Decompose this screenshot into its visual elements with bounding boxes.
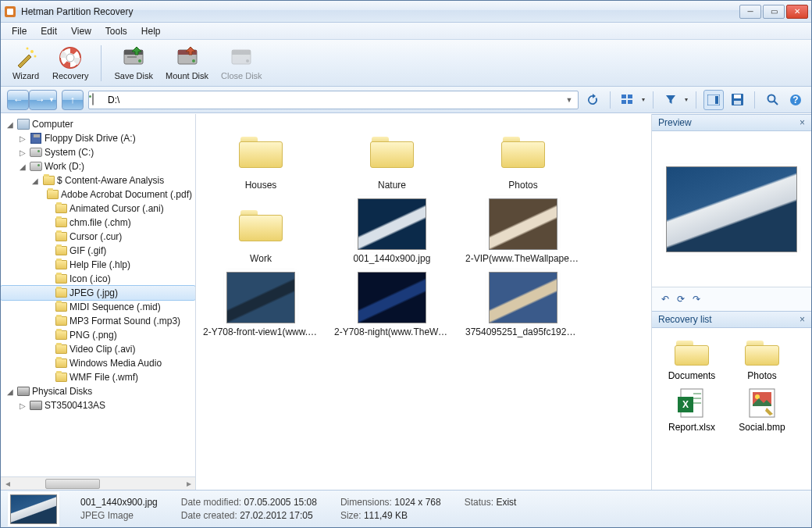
tree-item[interactable]: ◢Work (D:) xyxy=(1,159,195,173)
recovery-item[interactable]: Photos xyxy=(730,336,794,381)
save-button[interactable] xyxy=(728,91,746,109)
toolbar-mount-disk[interactable]: Mount Disk xyxy=(161,42,213,84)
rotate-left-icon[interactable]: ↶ xyxy=(661,294,669,305)
toolbar-close-disk: Close Disk xyxy=(216,42,267,84)
tree-item[interactable]: Cursor (.cur) xyxy=(1,230,195,244)
nav-history-dropdown[interactable]: ▾ xyxy=(46,90,57,110)
svg-rect-24 xyxy=(734,95,741,98)
status-filename: 001_1440x900.jpg xyxy=(80,497,158,508)
view-mode-button[interactable] xyxy=(618,91,637,109)
menubar: FileEditViewToolsHelp xyxy=(1,23,811,40)
folder-item[interactable]: Nature xyxy=(333,127,451,191)
menu-tools[interactable]: Tools xyxy=(99,24,134,38)
window-title: Hetman Partition Recovery xyxy=(21,6,739,17)
tree-item[interactable]: ◢Physical Disks xyxy=(1,384,195,398)
tree-item[interactable]: MIDI Sequence (.mid) xyxy=(1,300,195,314)
svg-text:?: ? xyxy=(792,95,798,105)
rotate-refresh-icon[interactable]: ⟳ xyxy=(677,294,685,305)
svg-point-13 xyxy=(192,59,195,62)
recovery-item[interactable]: Social.bmp xyxy=(730,387,794,433)
tree-item[interactable]: Video Clip (.avi) xyxy=(1,342,195,356)
tree-item[interactable]: Windows Media Audio xyxy=(1,356,195,370)
file-item[interactable]: 2-Y708-night(www.TheWallp... xyxy=(333,273,451,337)
file-item[interactable]: 3754095251_da95fc1925_o.jpg xyxy=(465,273,582,337)
svg-rect-10 xyxy=(127,56,137,58)
nav-back-button[interactable]: ← xyxy=(7,90,29,110)
search-button[interactable] xyxy=(763,91,782,109)
tree-item[interactable]: chm.file (.chm) xyxy=(1,216,195,230)
menu-view[interactable]: View xyxy=(65,24,98,38)
titlebar: Hetman Partition Recovery ─ ▭ ✕ xyxy=(1,1,811,23)
preview-title: Preview xyxy=(658,117,692,128)
nav-up-button[interactable]: ↑ xyxy=(62,90,84,110)
preview-image xyxy=(652,131,811,287)
folder-item[interactable]: Work xyxy=(202,200,319,264)
filter-button[interactable] xyxy=(661,91,680,109)
svg-line-27 xyxy=(774,101,778,105)
tree-item[interactable]: JPEG (.jpg) xyxy=(1,286,195,300)
status-thumbnail xyxy=(10,494,57,524)
tree-item[interactable]: ◢$ Content-Aware Analysis xyxy=(1,173,195,187)
tree-item[interactable]: PNG (.png) xyxy=(1,328,195,342)
address-input[interactable] xyxy=(108,95,564,105)
svg-point-2 xyxy=(30,50,34,53)
file-item[interactable]: 2-VIP(www.TheWallpapers.... xyxy=(465,200,582,264)
svg-rect-20 xyxy=(628,100,632,104)
right-pane: Preview × ↶ ⟳ ↷ Recovery list × xyxy=(652,114,811,490)
navbar: ← → ▾ ↑ ▼ ▾ ▾ xyxy=(1,87,811,113)
preview-close-icon[interactable]: × xyxy=(800,117,805,128)
tree-item[interactable]: Icon (.ico) xyxy=(1,272,195,286)
tree-view[interactable]: ◢Computer▷Floppy Disk Drive (A:)▷System … xyxy=(1,114,195,476)
svg-text:X: X xyxy=(682,399,689,410)
tree-item[interactable]: ◢Computer xyxy=(1,117,195,131)
tree-item[interactable]: MP3 Format Sound (.mp3) xyxy=(1,314,195,328)
address-dropdown-icon[interactable]: ▼ xyxy=(564,96,575,104)
toolbar: WizardRecoverySave DiskMount DiskClose D… xyxy=(1,40,811,87)
tree-item[interactable]: Adobe Acrobat Document (.pdf) xyxy=(1,187,195,202)
preview-panel: ↶ ⟳ ↷ xyxy=(652,131,811,311)
toolbar-wizard[interactable]: Wizard xyxy=(7,42,45,84)
svg-rect-22 xyxy=(715,96,718,104)
toolbar-recovery[interactable]: Recovery xyxy=(48,42,93,84)
svg-point-16 xyxy=(246,59,249,62)
tree-item[interactable]: WMF File (.wmf) xyxy=(1,370,195,384)
toolbar-save-disk[interactable]: Save Disk xyxy=(109,42,158,84)
svg-point-3 xyxy=(27,48,29,50)
sidebar-scrollbar[interactable]: ◂ ▸ xyxy=(1,476,195,490)
recovery-header: Recovery list × xyxy=(652,311,811,328)
folder-item[interactable]: Photos xyxy=(465,127,582,191)
close-button[interactable]: ✕ xyxy=(786,5,808,19)
maximize-button[interactable]: ▭ xyxy=(763,5,785,19)
refresh-button[interactable] xyxy=(583,91,602,109)
menu-edit[interactable]: Edit xyxy=(34,24,63,38)
statusbar: 001_1440x900.jpg JPEG Image Date modifie… xyxy=(1,490,811,527)
file-item[interactable]: 001_1440x900.jpg xyxy=(333,200,451,264)
tree-item[interactable]: ▷System (C:) xyxy=(1,145,195,159)
tree-item[interactable]: Help File (.hlp) xyxy=(1,258,195,272)
svg-rect-15 xyxy=(232,50,251,55)
svg-rect-18 xyxy=(628,95,632,98)
recovery-item[interactable]: XReport.xlsx xyxy=(660,387,724,433)
recovery-title: Recovery list xyxy=(658,314,712,325)
svg-rect-1 xyxy=(7,9,13,15)
rotate-right-icon[interactable]: ↷ xyxy=(693,294,700,305)
minimize-button[interactable]: ─ xyxy=(739,5,761,19)
svg-rect-17 xyxy=(621,95,626,98)
recovery-close-icon[interactable]: × xyxy=(800,314,805,325)
file-item[interactable]: 2-Y708-front-view1(www.Th... xyxy=(202,273,319,337)
file-grid[interactable]: HousesNaturePhotosWork001_1440x900.jpg2-… xyxy=(196,114,652,490)
body: ◢Computer▷Floppy Disk Drive (A:)▷System … xyxy=(1,113,811,490)
recovery-item[interactable]: Documents xyxy=(660,336,724,381)
folder-item[interactable]: Houses xyxy=(202,127,319,191)
preview-toggle-button[interactable] xyxy=(704,91,723,109)
tree-item[interactable]: GIF (.gif) xyxy=(1,244,195,258)
svg-rect-25 xyxy=(734,101,741,105)
help-button[interactable]: ? xyxy=(786,91,805,109)
address-bar[interactable]: ▼ xyxy=(88,91,579,109)
recovery-list[interactable]: DocumentsPhotosXReport.xlsxSocial.bmp xyxy=(652,328,811,490)
tree-item[interactable]: ▷ST3500413AS xyxy=(1,398,195,412)
menu-help[interactable]: Help xyxy=(135,24,167,38)
tree-item[interactable]: Animated Cursor (.ani) xyxy=(1,202,195,216)
tree-item[interactable]: ▷Floppy Disk Drive (A:) xyxy=(1,131,195,145)
menu-file[interactable]: File xyxy=(5,24,33,38)
